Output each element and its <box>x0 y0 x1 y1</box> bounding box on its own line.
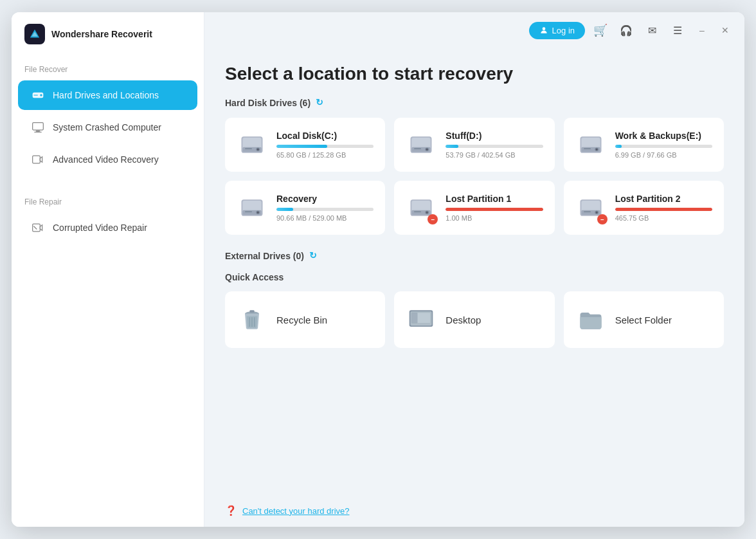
qa-card-select-folder[interactable]: Select Folder <box>564 291 724 348</box>
login-label: Log in <box>552 26 575 35</box>
headset-button[interactable]: 🎧 <box>616 20 636 41</box>
lost-badge-2: – <box>597 214 608 224</box>
refresh-external-icon[interactable]: ↻ <box>309 250 321 262</box>
content-area: Select a location to start recovery Hard… <box>204 48 744 498</box>
svg-rect-59 <box>412 313 418 324</box>
drive-card-lost2[interactable]: – Lost Partition 2 465.75 GB <box>564 181 724 235</box>
external-drives-header: External Drives (0) ↻ <box>225 250 724 262</box>
drive-card-c[interactable]: Local Disk(C:) 65.80 GB / 125.28 GB <box>225 118 385 172</box>
svg-rect-10 <box>33 224 40 232</box>
app-window: Wondershare Recoverit File Recover Hard … <box>12 12 744 527</box>
drive-size-e: 6.99 GB / 97.66 GB <box>615 151 712 159</box>
sidebar-item-hard-drives[interactable]: Hard Drives and Locations <box>18 80 197 110</box>
sidebar-item-label: System Crashed Computer <box>53 122 161 132</box>
drive-name-lost2: Lost Partition 2 <box>615 194 712 204</box>
mail-icon: ✉ <box>648 24 656 37</box>
drive-card-e[interactable]: Work & Backups(E:) 6.99 GB / 97.66 GB <box>564 118 724 172</box>
progress-fill-c <box>276 145 327 148</box>
recycle-bin-icon <box>237 304 267 335</box>
progress-bg-lost1 <box>446 208 543 211</box>
qa-card-desktop[interactable]: Desktop <box>394 291 554 348</box>
menu-button[interactable]: ☰ <box>667 20 688 41</box>
cant-detect-link[interactable]: Can't detect your hard drive? <box>242 506 350 516</box>
external-drives-label: External Drives (0) <box>225 251 304 261</box>
drive-icon-recovery <box>237 192 267 223</box>
corrupted-video-icon <box>31 221 45 235</box>
login-button[interactable]: Log in <box>529 22 585 39</box>
drive-info-e: Work & Backups(E:) 6.99 GB / 97.66 GB <box>615 131 712 159</box>
drive-icon-e <box>575 129 606 160</box>
drive-card-recovery[interactable]: Recovery 90.66 MB / 529.00 MB <box>225 181 385 235</box>
progress-bg-e <box>615 145 712 148</box>
file-recover-label: File Recover <box>12 53 204 79</box>
qa-label-desktop: Desktop <box>446 315 481 325</box>
drive-size-lost2: 465.75 GB <box>615 214 712 222</box>
hard-drives-icon <box>31 88 45 102</box>
titlebar: Log in 🛒 🎧 ✉ ☰ – ✕ <box>204 12 744 48</box>
svg-point-36 <box>257 212 259 214</box>
drive-size-c: 65.80 GB / 125.28 GB <box>276 151 374 159</box>
page-title: Select a location to start recovery <box>225 64 724 84</box>
refresh-hdd-icon[interactable]: ↻ <box>316 97 327 109</box>
drive-info-c: Local Disk(C:) 65.80 GB / 125.28 GB <box>276 131 374 159</box>
svg-point-13 <box>542 27 545 30</box>
sidebar-item-system-crashed[interactable]: System Crashed Computer <box>18 113 197 142</box>
sidebar-item-corrupted-video[interactable]: Corrupted Video Repair <box>18 213 197 242</box>
svg-point-3 <box>40 94 42 96</box>
close-button[interactable]: ✕ <box>716 21 734 39</box>
svg-point-24 <box>426 149 428 151</box>
drive-size-recovery: 90.66 MB / 529.00 MB <box>276 214 374 222</box>
svg-rect-4 <box>33 95 38 96</box>
cart-button[interactable]: 🛒 <box>590 20 611 41</box>
app-logo <box>24 24 45 44</box>
drive-icon-lost2: – <box>575 192 606 223</box>
progress-fill-lost1 <box>446 208 543 211</box>
main-panel: Log in 🛒 🎧 ✉ ☰ – ✕ Select a location <box>204 12 744 527</box>
drive-icon-d <box>406 129 437 160</box>
drive-name-recovery: Recovery <box>276 194 374 204</box>
progress-fill-recovery <box>276 208 293 211</box>
menu-icon: ☰ <box>673 24 682 37</box>
sidebar-item-advanced-video[interactable]: Advanced Video Recovery <box>18 145 197 174</box>
file-repair-label: File Repair <box>12 186 204 212</box>
progress-fill-lost2 <box>615 208 712 211</box>
hard-disk-drives-header: Hard Disk Drives (6) ↻ <box>225 97 724 109</box>
help-icon: ❓ <box>225 505 237 516</box>
footer: ❓ Can't detect your hard drive? <box>204 498 744 527</box>
svg-line-12 <box>33 226 37 230</box>
svg-rect-5 <box>33 123 44 131</box>
minimize-icon: – <box>699 25 705 35</box>
drive-card-d[interactable]: Stuff(D:) 53.79 GB / 402.54 GB <box>394 118 554 172</box>
drives-grid: Local Disk(C:) 65.80 GB / 125.28 GB <box>225 118 724 235</box>
svg-rect-7 <box>34 132 42 132</box>
app-header: Wondershare Recoverit <box>12 12 204 53</box>
svg-rect-8 <box>33 156 40 163</box>
qa-card-recycle-bin[interactable]: Recycle Bin <box>225 291 385 348</box>
drive-name-lost1: Lost Partition 1 <box>446 194 543 204</box>
progress-bg-lost2 <box>615 208 712 211</box>
svg-rect-19 <box>245 149 252 149</box>
progress-bg-c <box>276 145 374 148</box>
drive-card-lost1[interactable]: – Lost Partition 1 1.00 MB <box>394 181 554 235</box>
drive-size-d: 53.79 GB / 402.54 GB <box>446 151 543 159</box>
drive-name-d: Stuff(D:) <box>446 131 543 141</box>
drive-icon-lost1: – <box>406 192 437 223</box>
app-title: Wondershare Recoverit <box>51 29 152 39</box>
quick-access-label: Quick Access <box>225 272 284 282</box>
drive-size-lost1: 1.00 MB <box>446 214 543 222</box>
advanced-video-icon <box>31 152 45 167</box>
mail-button[interactable]: ✉ <box>642 20 662 41</box>
progress-bg-recovery <box>276 208 374 211</box>
progress-fill-e <box>615 145 622 148</box>
svg-point-42 <box>426 212 428 214</box>
user-icon <box>539 26 548 35</box>
sidebar-item-label: Advanced Video Recovery <box>53 154 159 165</box>
progress-fill-d <box>446 145 458 148</box>
svg-point-30 <box>595 149 597 151</box>
headset-icon: 🎧 <box>620 24 633 37</box>
qa-label-recycle-bin: Recycle Bin <box>276 315 327 325</box>
drive-icon-c <box>237 129 267 160</box>
progress-bg-d <box>446 145 543 148</box>
minimize-button[interactable]: – <box>693 21 711 39</box>
hard-disk-drives-label: Hard Disk Drives (6) <box>225 98 310 108</box>
